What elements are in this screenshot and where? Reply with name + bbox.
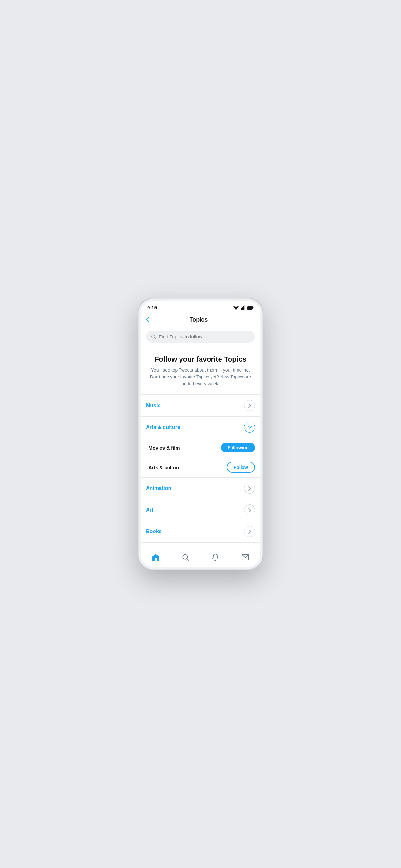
search-nav-icon <box>182 554 189 561</box>
follow-button-arts-culture-sub[interactable]: Follow <box>227 462 255 473</box>
phone-frame: 9:15 <box>137 298 264 570</box>
expand-animation-button[interactable] <box>244 483 255 494</box>
category-row-art[interactable]: Art <box>141 499 260 521</box>
nav-item-messages[interactable] <box>238 552 253 562</box>
bell-icon <box>212 554 219 561</box>
category-list: Music Arts & culture <box>141 395 260 542</box>
search-container <box>141 328 260 346</box>
status-icons <box>233 306 254 310</box>
category-row-music[interactable]: Music <box>141 395 260 416</box>
svg-rect-2 <box>243 306 244 310</box>
wifi-icon <box>233 306 239 310</box>
status-bar: 9:15 <box>141 301 260 312</box>
svg-rect-3 <box>244 306 245 310</box>
sub-row-movies-film: Movies & film Following <box>141 438 260 457</box>
sub-items-arts-culture: Movies & film Following Arts & culture F… <box>141 438 260 477</box>
back-button[interactable] <box>146 315 152 324</box>
expand-music-button[interactable] <box>244 400 255 411</box>
sub-label-movies-film: Movies & film <box>149 445 180 451</box>
svg-line-8 <box>187 559 189 561</box>
hero-section: Follow your favorite Topics You'll see t… <box>141 346 260 395</box>
mail-icon <box>242 554 249 561</box>
content-area: Follow your favorite Topics You'll see t… <box>141 346 260 549</box>
status-time: 9:15 <box>147 305 157 310</box>
nav-item-home[interactable] <box>148 552 163 562</box>
expand-books-button[interactable] <box>244 526 255 537</box>
category-label-music: Music <box>146 403 160 408</box>
hero-subtitle: You'll see top Tweets about them in your… <box>149 367 252 387</box>
category-row-animation[interactable]: Animation <box>141 477 260 499</box>
signal-icon <box>241 306 245 310</box>
hero-title: Follow your favorite Topics <box>149 355 252 364</box>
sub-row-arts-culture-sub: Arts & culture Follow <box>141 457 260 477</box>
bottom-nav <box>141 549 260 567</box>
nav-item-notifications[interactable] <box>208 552 223 562</box>
category-label-arts-culture: Arts & culture <box>146 424 180 430</box>
sub-label-arts-culture-sub: Arts & culture <box>149 465 181 470</box>
screen: 9:15 <box>141 301 260 567</box>
search-input[interactable] <box>159 334 250 339</box>
category-label-art: Art <box>146 507 153 513</box>
search-icon <box>151 334 156 339</box>
category-row-books[interactable]: Books <box>141 521 260 542</box>
expand-art-button[interactable] <box>244 504 255 516</box>
battery-icon <box>247 306 254 310</box>
svg-rect-0 <box>241 308 242 310</box>
following-button-movies-film[interactable]: Following <box>221 443 255 453</box>
nav-item-search[interactable] <box>178 552 193 562</box>
page-title: Topics <box>152 316 245 323</box>
search-bar[interactable] <box>146 331 255 343</box>
svg-rect-5 <box>247 306 252 309</box>
expand-arts-culture-button[interactable] <box>244 422 255 433</box>
category-row-arts-culture[interactable]: Arts & culture <box>141 416 260 438</box>
category-label-books: Books <box>146 529 162 534</box>
nav-header: Topics <box>141 312 260 328</box>
home-icon <box>152 554 159 561</box>
svg-rect-1 <box>242 307 243 310</box>
category-label-animation: Animation <box>146 485 171 491</box>
